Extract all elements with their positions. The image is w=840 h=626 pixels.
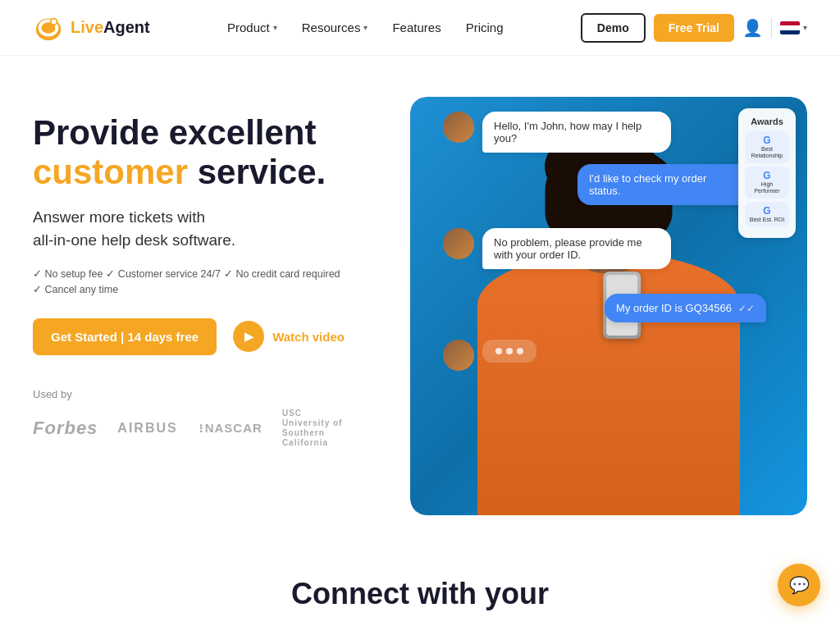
logo-text: LiveAgent xyxy=(71,18,150,37)
svg-point-4 xyxy=(52,19,57,24)
resources-chevron-icon: ▾ xyxy=(363,23,368,32)
agent-avatar-2 xyxy=(443,228,474,259)
hero-cta: Get Started | 14 days free ▶ Watch video xyxy=(33,318,377,355)
chat-widget-button[interactable]: 💬 xyxy=(778,564,820,606)
nascar-logo: ⫶NASCAR xyxy=(198,421,262,435)
hero-background: Hello, I'm John, how may I help you? I'd… xyxy=(410,97,807,515)
award-badge-3: G Best Est. ROI xyxy=(745,202,789,226)
nav-links: Product ▾ Resources ▾ Features Pricing xyxy=(217,14,513,41)
hero-checks: No setup fee Customer service 24/7 No cr… xyxy=(33,267,377,295)
chat-row-typing xyxy=(443,340,536,371)
brand-logos: Forbes AIRBUS ⫶NASCAR USC University ofS… xyxy=(33,409,377,448)
nav-product[interactable]: Product ▾ xyxy=(217,14,287,41)
airbus-logo: AIRBUS xyxy=(117,421,177,436)
language-selector[interactable]: ▾ xyxy=(780,21,807,34)
used-by-section: Used by Forbes AIRBUS ⫶NASCAR USC Univer… xyxy=(33,388,377,448)
awards-badge: Awards G Best Relationship G High Perfor… xyxy=(738,108,796,238)
forbes-logo: Forbes xyxy=(33,418,98,439)
watch-video-button[interactable]: ▶ Watch video xyxy=(233,321,345,352)
chat-row-1: Hello, I'm John, how may I help you? xyxy=(443,112,671,153)
agent-avatar-1 xyxy=(443,112,474,143)
nav-pricing[interactable]: Pricing xyxy=(456,14,514,41)
demo-button[interactable]: Demo xyxy=(581,13,646,43)
check-cancel: Cancel any time xyxy=(33,283,118,295)
agent-avatar-3 xyxy=(443,340,474,371)
us-flag-icon xyxy=(780,21,800,34)
chat-bubble-4: My order ID is GQ34566 ✓✓ xyxy=(605,294,766,322)
chat-widget-icon: 💬 xyxy=(789,575,810,595)
navbar: LiveAgent Product ▾ Resources ▾ Features… xyxy=(0,0,840,56)
typing-indicator xyxy=(482,340,536,363)
check-no-card: No credit card required xyxy=(224,267,340,280)
chat-row-3: No problem, please provide me with your … xyxy=(443,228,671,269)
user-icon[interactable]: 👤 xyxy=(742,18,763,38)
logo-icon xyxy=(33,12,64,43)
bottom-title: Connect with your xyxy=(33,577,807,611)
double-check-icon: ✓✓ xyxy=(738,303,755,314)
hero-section: Provide excellent customer service. Answ… xyxy=(0,56,840,544)
chat-bubble-3: No problem, please provide me with your … xyxy=(482,228,671,269)
bottom-section: Connect with your xyxy=(0,544,840,611)
get-started-button[interactable]: Get Started | 14 days free xyxy=(33,318,217,355)
hero-left: Provide excellent customer service. Answ… xyxy=(33,97,377,448)
awards-title: Awards xyxy=(745,117,789,126)
check-no-setup: No setup fee xyxy=(33,267,103,280)
free-trial-button[interactable]: Free Trial xyxy=(654,14,734,42)
hero-image-area: Hello, I'm John, how may I help you? I'd… xyxy=(410,97,807,515)
hero-title: Provide excellent customer service. xyxy=(33,113,377,193)
chat-row-4: My order ID is GQ34566 ✓✓ xyxy=(605,294,766,322)
chat-bubble-1: Hello, I'm John, how may I help you? xyxy=(482,112,671,153)
check-service: Customer service 24/7 xyxy=(106,267,221,280)
logo[interactable]: LiveAgent xyxy=(33,12,150,43)
usc-logo: USC University ofSouthern California xyxy=(282,409,348,448)
nav-divider xyxy=(771,18,772,38)
used-by-label: Used by xyxy=(33,388,377,400)
play-icon: ▶ xyxy=(233,321,264,352)
language-chevron-icon: ▾ xyxy=(803,23,807,32)
nav-resources[interactable]: Resources ▾ xyxy=(292,14,378,41)
hero-subtitle: Answer more tickets with all-in-one help… xyxy=(33,206,377,253)
award-badge-2: G High Performer xyxy=(745,167,789,199)
nav-actions: Demo Free Trial 👤 ▾ xyxy=(581,13,807,43)
award-badge-1: G Best Relationship xyxy=(745,131,789,163)
product-chevron-icon: ▾ xyxy=(273,23,277,32)
nav-features[interactable]: Features xyxy=(382,14,450,41)
